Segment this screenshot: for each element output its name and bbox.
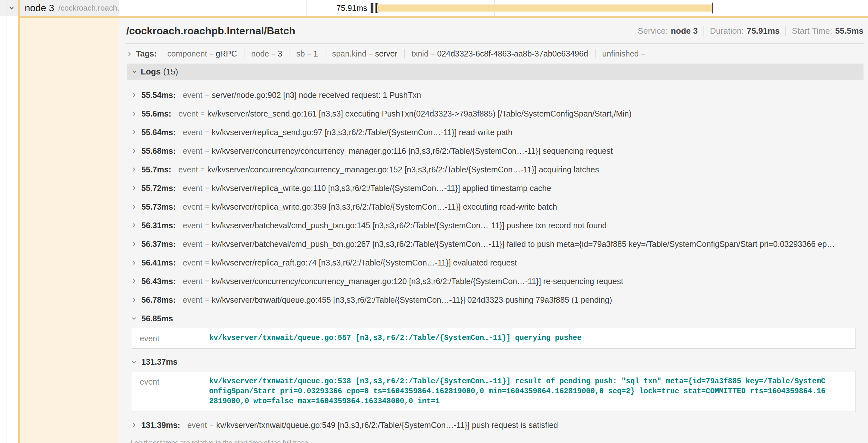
log-field-key: event (183, 277, 203, 286)
log-timestamp: 55.6ms: (141, 109, 171, 118)
log-field-key: event (183, 146, 203, 156)
log-field-key: event (178, 109, 198, 118)
chevron-down-icon (131, 359, 137, 365)
tags-row: Tags: component = gRPC node = 3 sb = 1 (126, 44, 868, 64)
log-field-value: kv/kvserver/store_send.go:161 [n3,s3] ex… (207, 109, 631, 118)
log-field-key: event (183, 258, 203, 267)
chevron-down-icon (131, 315, 137, 322)
log-timestamp: 56.85ms (141, 314, 173, 323)
log-entry[interactable]: 55.68ms: event = kv/kvserver/concurrency… (131, 142, 868, 160)
collapse-span-chevron-down-icon[interactable] (8, 4, 15, 11)
chevron-right-icon (131, 241, 137, 247)
detail-row-accent-border (18, 16, 868, 18)
log-field-key: event (140, 377, 209, 386)
tag-item: span.kind = server (326, 49, 405, 59)
log-timestamp: 131.37ms (141, 357, 178, 367)
equals-sign: = (205, 147, 209, 155)
log-entry[interactable]: 55.7ms: event = kv/kvserver/concurrency/… (131, 160, 868, 179)
selected-span-indent-column (20, 18, 119, 443)
log-entry[interactable]: 56.43ms: event = kv/kvserver/concurrency… (131, 272, 868, 291)
log-field-key: event (183, 239, 203, 249)
log-field-value: kv/kvserver/replica_write.go:110 [n3,s3,… (212, 183, 551, 193)
log-field-key: event (183, 221, 203, 230)
log-field-value: server/node.go:902 [n3] node received re… (212, 91, 421, 100)
chevron-right-icon (131, 166, 137, 173)
equals-sign: = (205, 203, 209, 211)
tag-value: gRPC (216, 49, 237, 59)
log-field-value: kv/kvserver/replica_raft.go:74 [n3,s3,r6… (212, 258, 517, 267)
tag-item: txnid = 024d3323-6c8f-4863-aa8b-37ab0e63… (405, 49, 596, 59)
log-field-value: kv/kvserver/txnwait/queue.go:549 [n3,s3,… (216, 420, 558, 430)
equals-sign: = (369, 50, 373, 58)
log-entry[interactable]: 55.6ms: event = kv/kvserver/store_send.g… (131, 104, 868, 123)
tags-toggle[interactable]: Tags: (126, 49, 157, 59)
log-entry[interactable]: 56.41ms: event = kv/kvserver/replica_raf… (131, 253, 868, 272)
tag-key: txnid (411, 49, 429, 59)
start-time-label: Start Time: (792, 26, 832, 36)
log-entry[interactable]: 55.73ms: event = kv/kvserver/replica_wri… (131, 197, 868, 216)
start-time-value: 55.5ms (835, 26, 864, 36)
operation-title: /cockroach.roachpb.Internal/Batch (126, 25, 638, 37)
log-field-value: kv/kvserver/txnwait/queue.go:557 [n3,s3,… (209, 333, 829, 343)
log-timestamp: 55.73ms: (141, 202, 176, 211)
log-entry[interactable]: 55.64ms: event = kv/kvserver/replica_sen… (131, 123, 868, 142)
span-detail-panel: /cockroach.roachpb.Internal/Batch Servic… (119, 18, 868, 443)
tag-key: component (167, 49, 207, 59)
equals-sign: = (205, 240, 209, 248)
chevron-right-icon (131, 110, 137, 117)
equals-sign: = (210, 421, 214, 429)
log-entry-expanded[interactable]: 131.37ms (131, 352, 868, 371)
log-detail-box: event kv/kvserver/txnwait/queue.go:557 [… (132, 328, 856, 349)
log-field-value: kv/kvserver/concurrency/concurrency_mana… (207, 165, 599, 174)
equals-sign: = (307, 50, 311, 58)
log-detail-box: event kv/kvserver/txnwait/queue.go:538 [… (132, 371, 856, 412)
log-field-value: kv/kvserver/replica_write.go:359 [n3,s3,… (212, 202, 557, 211)
log-field-value: kv/kvserver/batcheval/cmd_push_txn.go:14… (212, 221, 607, 230)
log-timestamp: 56.43ms: (141, 277, 176, 286)
tag-key: sb (296, 49, 305, 59)
tag-item: component = gRPC (161, 49, 245, 59)
equals-sign: = (205, 277, 209, 285)
logs-footer: Log timestamps are relative to the start… (126, 436, 864, 443)
tree-gutter-line (6, 0, 6, 443)
log-entry[interactable]: 56.78ms: event = kv/kvserver/txnwait/que… (131, 291, 868, 309)
equals-sign: = (205, 296, 209, 304)
log-entry[interactable]: 55.54ms: event = server/node.go:902 [n3]… (131, 86, 868, 104)
log-timestamp: 131.39ms: (141, 420, 180, 430)
tag-list: component = gRPC node = 3 sb = 1 span.ki… (161, 49, 654, 59)
log-entry[interactable]: 55.72ms: event = kv/kvserver/replica_wri… (131, 179, 868, 197)
span-duration-bar[interactable] (377, 4, 712, 11)
log-field-key: event (140, 333, 209, 343)
tags-label: Tags: (136, 49, 157, 59)
chevron-right-icon (131, 204, 137, 210)
logs-title: Logs (141, 67, 161, 77)
equals-sign: = (205, 91, 209, 99)
chevron-right-icon (131, 129, 137, 135)
equals-sign: = (200, 165, 205, 174)
log-entry[interactable]: 131.39ms: event = kv/kvserver/txnwait/qu… (131, 416, 868, 434)
equals-sign: = (431, 50, 435, 58)
log-field-key: event (183, 91, 203, 100)
log-field-value: kv/kvserver/txnwait/queue.go:455 [n3,s3,… (212, 295, 612, 305)
log-field-key: event (183, 295, 203, 305)
log-entry[interactable]: 56.37ms: event = kv/kvserver/batcheval/c… (131, 235, 868, 253)
tag-key: span.kind (332, 49, 367, 59)
chevron-right-icon (131, 92, 137, 98)
stats-divider (704, 26, 704, 36)
equals-sign: = (205, 221, 209, 230)
span-name-tab[interactable]: node 3 /cockroach.roach… (20, 0, 119, 16)
logs-section-header[interactable]: Logs (15) (127, 64, 864, 79)
span-duration-label: 75.91ms (307, 0, 367, 16)
chevron-right-icon (131, 278, 137, 284)
service-value: node 3 (671, 26, 698, 36)
log-timestamp: 55.68ms: (141, 146, 176, 156)
log-timestamp: 56.31ms: (141, 221, 176, 230)
logs-count: (15) (163, 67, 178, 77)
tag-value: server (375, 49, 397, 59)
log-field-key: event (183, 183, 203, 193)
log-entry[interactable]: 56.31ms: event = kv/kvserver/batcheval/c… (131, 216, 868, 235)
log-field-value: kv/kvserver/replica_send.go:97 [n3,s3,r6… (212, 128, 513, 137)
chevron-right-icon (131, 260, 137, 266)
span-detail-header: /cockroach.roachpb.Internal/Batch Servic… (126, 18, 864, 44)
log-entry-expanded[interactable]: 56.85ms (131, 309, 868, 328)
